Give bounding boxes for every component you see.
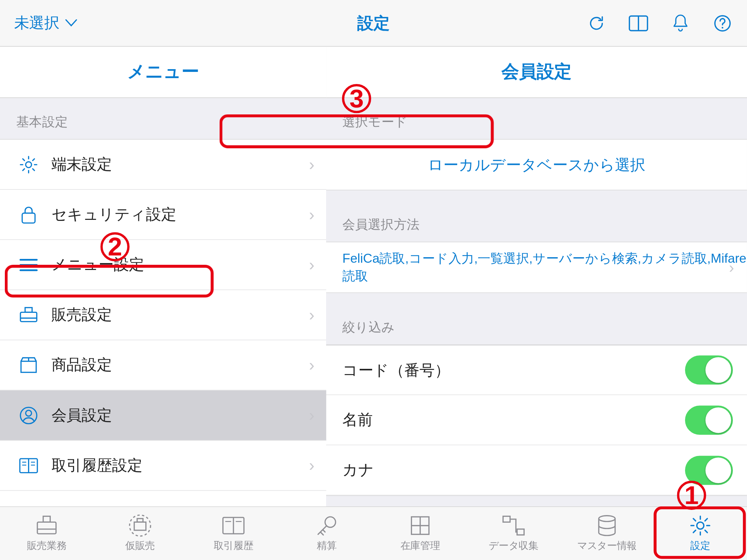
toggle-switch[interactable] (685, 405, 733, 434)
section-sales: 販売業務 (326, 496, 747, 506)
select-mode-value: ローカルデータベースから選択 (428, 154, 645, 175)
sidebar-item-label: メニュー設定 (43, 254, 309, 275)
svg-point-4 (26, 161, 31, 167)
refresh-icon[interactable] (586, 12, 607, 34)
svg-rect-12 (21, 361, 36, 372)
toggle-switch[interactable] (685, 455, 733, 484)
svg-rect-50 (517, 529, 524, 535)
toggle-label: 名前 (342, 410, 685, 430)
sidebar-item-inventory[interactable]: 在庫設定 › (0, 491, 326, 506)
toggle-switch[interactable] (685, 355, 733, 384)
svg-rect-10 (25, 307, 32, 312)
detail-header: 会員設定 (326, 47, 747, 98)
sidebar-item-member[interactable]: 会員設定 › (0, 390, 326, 440)
chevron-down-icon (65, 19, 77, 27)
help-icon[interactable] (712, 12, 733, 34)
grid-icon (14, 506, 43, 506)
sidebar-item-history[interactable]: 取引履歴設定 › (0, 440, 326, 491)
sidebar-item-sales[interactable]: 販売設定 › (0, 290, 326, 340)
gear-icon (688, 514, 713, 536)
svg-point-3 (722, 27, 723, 28)
book-icon (221, 514, 246, 536)
register-dash-icon (127, 514, 153, 536)
section-header-basic: 基本設定 (0, 98, 326, 139)
tab-provisional-sales[interactable]: 仮販売 (93, 507, 187, 560)
filter-row-name: 名前 (326, 395, 747, 445)
tab-label: 在庫管理 (400, 539, 440, 552)
selector-label: 未選択 (14, 13, 60, 33)
box-icon (14, 356, 43, 374)
filter-row-kana: カナ (326, 445, 747, 495)
tab-master[interactable]: マスター情報 (560, 507, 654, 560)
tab-history[interactable]: 取引履歴 (187, 507, 280, 560)
tab-inventory[interactable]: 在庫管理 (374, 507, 467, 560)
sidebar-group-basic: 端末設定 › セキュリティ設定 › メニュー設定 (0, 139, 326, 506)
tab-label: 設定 (690, 539, 710, 552)
sidebar-item-label: 端末設定 (43, 154, 309, 175)
svg-rect-40 (137, 519, 143, 522)
svg-rect-9 (20, 312, 37, 321)
tab-sales[interactable]: 販売業務 (0, 507, 93, 560)
sidebar: メニュー 基本設定 端末設定 › セキュリティ (0, 47, 326, 506)
tab-label: マスター情報 (577, 539, 637, 552)
member-select-value: FeliCa読取,コード入力,一覧選択,サーバーから検索,カメラ読取,Mifar… (342, 250, 747, 284)
filter-group: コード（番号） 名前 カナ (326, 344, 747, 496)
svg-rect-36 (43, 516, 50, 522)
chevron-right-icon: › (309, 305, 315, 324)
cabinet-icon (407, 514, 433, 536)
db-icon (594, 514, 620, 536)
gear-icon (14, 155, 43, 174)
svg-rect-35 (37, 522, 56, 534)
sidebar-item-label: 会員設定 (43, 405, 309, 425)
svg-point-52 (697, 522, 704, 529)
toggle-label: カナ (342, 460, 685, 480)
tab-label: 販売業務 (27, 539, 67, 552)
chevron-right-icon: › (309, 506, 315, 506)
menu-icon (14, 258, 43, 272)
register-icon (34, 514, 59, 536)
sidebar-item-label: 取引履歴設定 (43, 455, 309, 475)
bottom-tab-bar: 販売業務 仮販売 取引履歴 精算 在庫管理 (0, 506, 747, 560)
sidebar-header: メニュー (0, 47, 326, 98)
select-mode-row[interactable]: ローカルデータベースから選択 (326, 139, 747, 190)
toggle-label: コード（番号） (342, 360, 685, 380)
sidebar-item-label: 在庫設定 (43, 505, 309, 506)
sidebar-item-security[interactable]: セキュリティ設定 › (0, 189, 326, 240)
chevron-right-icon: › (309, 456, 315, 475)
svg-rect-49 (503, 516, 510, 522)
chevron-right-icon: › (729, 258, 734, 276)
chevron-right-icon: › (309, 155, 315, 174)
tab-data-collection[interactable]: データ収集 (467, 507, 560, 560)
svg-point-14 (26, 410, 31, 416)
tab-label: 取引履歴 (214, 539, 253, 552)
detail-panel: 会員設定 選択モード ローカルデータベースから選択 会員選択方法 FeliCa読… (326, 47, 747, 506)
page-title: 設定 (357, 12, 390, 34)
split-view-icon[interactable] (628, 12, 649, 34)
section-filter: 絞り込み (326, 293, 747, 344)
tab-settlement[interactable]: 精算 (280, 507, 374, 560)
tab-label: データ収集 (489, 539, 538, 552)
sidebar-item-menu[interactable]: メニュー設定 › (0, 240, 326, 290)
member-select-row[interactable]: FeliCa読取,コード入力,一覧選択,サーバーから検索,カメラ読取,Mifar… (326, 242, 747, 293)
svg-rect-5 (22, 213, 35, 223)
lock-icon (14, 204, 43, 224)
sidebar-item-label: 販売設定 (43, 305, 309, 325)
tab-settings[interactable]: 設定 (654, 507, 747, 560)
bell-icon[interactable] (670, 12, 691, 34)
sidebar-item-label: 商品設定 (43, 355, 309, 375)
section-select-mode: 選択モード (326, 98, 747, 139)
key-icon (314, 514, 340, 536)
sidebar-item-label: セキュリティ設定 (43, 204, 309, 225)
selector-dropdown[interactable]: 未選択 (14, 13, 77, 33)
sidebar-item-product[interactable]: 商品設定 › (0, 340, 326, 390)
top-nav-bar: 未選択 設定 (0, 0, 747, 47)
chevron-right-icon: › (309, 205, 315, 224)
svg-point-51 (599, 516, 615, 522)
chevron-right-icon: › (309, 356, 315, 374)
sidebar-item-terminal[interactable]: 端末設定 › (0, 139, 326, 189)
register-icon (14, 306, 43, 324)
book-icon (14, 457, 43, 473)
filter-row-code: コード（番号） (326, 345, 747, 395)
person-icon (14, 406, 43, 424)
chevron-right-icon: › (309, 406, 315, 424)
